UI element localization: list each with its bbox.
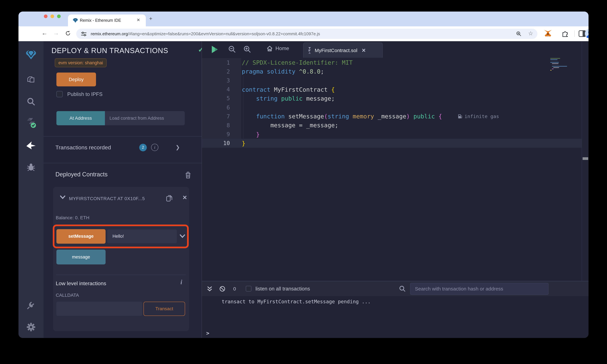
publish-ipfs-label[interactable]: Publish to IPFS: [67, 91, 103, 97]
search-icon[interactable]: [26, 97, 36, 107]
solidity-compiler-icon[interactable]: [26, 118, 36, 128]
minimap-line: [552, 63, 558, 64]
browser-toolbar: ← → remix.ethereum.org/#lang=en&optimize…: [18, 26, 589, 41]
contract-collapse-chevron-icon[interactable]: [60, 195, 65, 199]
line-number: 8: [202, 122, 230, 129]
transactions-info-icon[interactable]: i: [151, 144, 158, 151]
toolbar-divider: [574, 30, 575, 37]
debugger-icon[interactable]: [26, 162, 36, 172]
window-minimize-button[interactable]: [51, 14, 54, 18]
site-settings-icon[interactable]: [81, 31, 87, 37]
url-text[interactable]: remix.ethereum.org/#lang=en&optimize=fal…: [91, 31, 320, 36]
contract-instance-title[interactable]: MYFIRSTCONTRACT AT 0X10F...5: [69, 196, 163, 201]
code-line[interactable]: 8 message = _message;: [202, 121, 589, 130]
minimap-line: [550, 70, 552, 71]
browser-tab[interactable]: Remix - Ethereum IDE ✕: [68, 14, 146, 26]
contract-remove-icon[interactable]: ✕: [183, 194, 187, 201]
line-number: 4: [202, 86, 230, 93]
code-line[interactable]: 3: [202, 76, 589, 85]
minimap-line: [550, 59, 557, 60]
line-number: 2: [202, 68, 230, 75]
terminal-prompt[interactable]: >: [206, 330, 209, 336]
set-message-expand-chevron-icon[interactable]: [180, 234, 185, 238]
zoom-icon[interactable]: [516, 31, 522, 37]
reload-icon[interactable]: [65, 30, 71, 36]
back-icon[interactable]: ←: [41, 30, 48, 37]
code-area[interactable]: 1// SPDX-License-Identifier: MIT2pragma …: [202, 58, 589, 148]
url-domain: remix.ethereum.org: [91, 31, 128, 36]
file-explorer-icon[interactable]: [26, 75, 36, 85]
new-tab-button[interactable]: +: [149, 15, 152, 22]
clear-deployed-trash-icon[interactable]: [185, 171, 191, 179]
terminal-collapse-icon[interactable]: [207, 286, 212, 291]
solidity-file-icon: [307, 47, 312, 53]
deploy-run-panel: DEPLOY & RUN TRANSACTIONS ✓ ❯ evm versio…: [43, 41, 202, 338]
minimap-line: [552, 66, 567, 67]
set-message-button[interactable]: setMessage: [56, 229, 106, 244]
copy-address-icon[interactable]: [166, 194, 173, 202]
remix-logo-icon[interactable]: [26, 49, 36, 60]
bookmark-star-icon[interactable]: ☆: [528, 30, 533, 37]
terminal-search-icon: [399, 286, 405, 292]
at-address-input[interactable]: Load contract from Address: [105, 111, 185, 125]
listen-all-transactions-label[interactable]: listen on all transactions: [255, 286, 310, 292]
code-editor: Home MyFirstContract.sol ✕ 1// SPDX-Lice…: [202, 41, 589, 281]
minimap-line: [550, 62, 559, 63]
window-zoom-button[interactable]: [57, 14, 61, 18]
remix-favicon-icon: [73, 17, 78, 23]
terminal-log-line: transact to MyFirstContract.setMessage p…: [222, 299, 371, 305]
contract-balance: Balance: 0. ETH: [56, 215, 89, 220]
message-button[interactable]: message: [56, 250, 106, 264]
editor-scrollbar[interactable]: [581, 41, 589, 281]
code-line[interactable]: 4contract MyFirstContract {: [202, 85, 589, 94]
calldata-input[interactable]: [56, 302, 142, 316]
set-message-input[interactable]: Hello!: [107, 230, 177, 243]
zoom-in-icon[interactable]: [243, 46, 251, 53]
deploy-run-icon[interactable]: [26, 140, 36, 151]
extensions-puzzle-icon[interactable]: [561, 30, 569, 38]
code-line[interactable]: 2pragma solidity ^0.8.0;: [202, 67, 589, 76]
line-number: 10: [202, 140, 230, 146]
code-line[interactable]: 10}: [202, 139, 589, 148]
minimap-line: [550, 58, 560, 59]
file-tab-close-icon[interactable]: ✕: [362, 47, 366, 53]
settings-gear-icon[interactable]: [26, 322, 36, 332]
url-path: /#lang=en&optimize=false&runs=200&evmVer…: [128, 31, 320, 36]
forward-icon[interactable]: →: [53, 30, 59, 37]
clear-console-ban-icon[interactable]: [219, 286, 225, 292]
transact-button[interactable]: Transact: [144, 302, 185, 316]
code-text: }: [242, 131, 260, 138]
deploy-button[interactable]: Deploy: [56, 73, 96, 86]
tab-close-icon[interactable]: ✕: [137, 17, 140, 22]
window-close-button[interactable]: [44, 14, 48, 18]
code-line[interactable]: 6: [202, 103, 589, 112]
terminal-search-input[interactable]: Search with transaction hash or address: [410, 283, 549, 295]
publish-ipfs-checkbox[interactable]: [56, 91, 63, 97]
icon-rail: [18, 41, 43, 338]
calldata-label: CALLDATA: [56, 292, 79, 298]
low-level-info-icon[interactable]: i: [180, 279, 182, 286]
tab-title: Remix - Ethereum IDE: [80, 18, 121, 23]
run-script-play-icon[interactable]: [211, 46, 218, 53]
url-bar[interactable]: remix.ethereum.org/#lang=en&optimize=fal…: [76, 29, 537, 39]
code-line[interactable]: 1// SPDX-License-Identifier: MIT: [202, 58, 589, 67]
code-line[interactable]: 7 function setMessage(string memory _mes…: [202, 112, 589, 121]
transactions-count-badge: 2: [139, 144, 147, 151]
listen-all-transactions-checkbox[interactable]: [246, 286, 251, 291]
transactions-recorded-label: Transactions recorded: [55, 144, 111, 151]
code-text: function setMessage(string memory _messa…: [242, 113, 442, 120]
editor-minimap[interactable]: [550, 58, 586, 73]
tab-home[interactable]: Home: [266, 46, 289, 52]
plugin-manager-icon[interactable]: [26, 300, 36, 311]
panel-divider: [43, 136, 202, 136]
deployed-contract-card: MYFIRSTCONTRACT AT 0X10F...5 ✕ Balance: …: [53, 187, 189, 331]
zoom-out-icon[interactable]: [228, 46, 236, 53]
tab-myfirstcontract[interactable]: MyFirstContract.sol ✕: [303, 42, 383, 58]
code-line[interactable]: 5 string public message;: [202, 94, 589, 103]
at-address-button[interactable]: At Address: [56, 111, 105, 125]
editor-scrollbar-thumb[interactable]: [583, 157, 588, 160]
transactions-expand-chevron-icon[interactable]: ❯: [175, 144, 180, 150]
code-line[interactable]: 9 }: [202, 130, 589, 139]
metamask-icon[interactable]: [544, 29, 552, 38]
line-number: 6: [202, 104, 230, 111]
